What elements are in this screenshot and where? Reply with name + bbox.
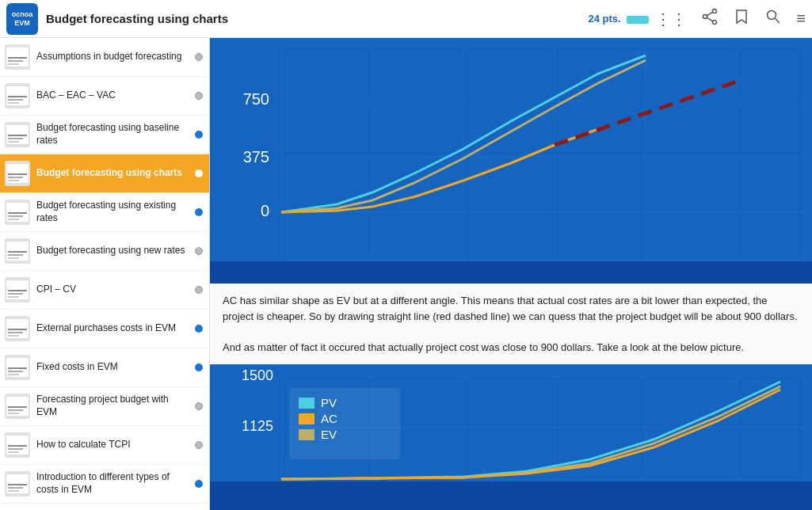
sidebar-item-new[interactable]: Budget forecasting using new rates: [0, 232, 209, 271]
sidebar-dot-intro: [195, 480, 203, 488]
menu-icon[interactable]: ≡: [796, 10, 806, 28]
svg-text:EV: EV: [321, 428, 337, 441]
description-text2: And as matter of fact it occured that ac…: [223, 340, 799, 356]
sidebar-thumb-tcpi-how: [5, 432, 30, 458]
svg-text:PV: PV: [321, 396, 337, 409]
sidebar-label-external: External purchases costs in EVM: [36, 322, 192, 335]
sidebar-label-bac-eac-vac: BAC – EAC – VAC: [36, 89, 192, 102]
share-icon[interactable]: ⋮⋮: [655, 10, 687, 29]
sidebar-item-external[interactable]: External purchases costs in EVM: [0, 310, 209, 348]
svg-text:0: 0: [261, 202, 269, 219]
svg-text:1500: 1500: [242, 367, 273, 383]
svg-point-0: [713, 10, 717, 13]
points-display: 24 pts.: [589, 13, 650, 25]
chart1-svg: 750 375 0 0 1 2 3 4 5: [210, 38, 812, 284]
sidebar-thumb-charts: [5, 161, 30, 186]
content-area: 750 375 0 0 1 2 3 4 5: [210, 38, 812, 510]
sidebar-item-material[interactable]: Material costs in EVM: [0, 504, 209, 510]
svg-point-1: [713, 21, 717, 25]
sidebar-thumb-new: [5, 238, 30, 264]
sidebar-item-existing[interactable]: Budget forecasting using existing rates: [0, 193, 209, 232]
svg-rect-29: [210, 261, 812, 284]
page-title: Budget forecasting using charts: [46, 12, 589, 25]
sidebar-label-new: Budget forecasting using new rates: [36, 245, 192, 257]
svg-line-4: [707, 17, 713, 21]
sidebar-thumb-fixed: [5, 355, 30, 380]
sidebar-item-forecasting[interactable]: Forecasting project budget with EVM: [0, 387, 209, 426]
header: ocnoaEVM Budget forecasting using charts…: [0, 0, 812, 38]
svg-point-5: [768, 11, 776, 20]
svg-line-6: [776, 19, 780, 24]
sidebar-label-charts: Budget forecasting using charts: [36, 167, 192, 180]
sidebar-dot-new: [195, 247, 203, 255]
svg-rect-47: [299, 429, 315, 440]
sidebar-thumb-cpi-cv: [5, 277, 30, 303]
chart2-svg: 1500 1125 PV AC EV: [210, 364, 812, 510]
sidebar-label-cpi-cv: CPI – CV: [36, 284, 192, 296]
svg-text:750: 750: [243, 90, 269, 108]
sidebar-item-cpi-cv[interactable]: CPI – CV: [0, 271, 209, 310]
sidebar-item-intro[interactable]: Introduction to different types of costs…: [0, 465, 209, 504]
main-layout: Assumptions in budget forecasting BAC – …: [0, 38, 812, 510]
chart1-container: 750 375 0 0 1 2 3 4 5: [210, 38, 812, 284]
svg-rect-49: [210, 481, 812, 510]
description-block: AC has similar shape as EV but at a diff…: [210, 284, 812, 364]
logo-text: ocnoaEVM: [12, 10, 33, 28]
sidebar-item-baseline[interactable]: Budget forecasting using baseline rates: [0, 116, 209, 154]
header-actions: ⋮⋮ ≡: [655, 8, 806, 29]
bookmark-icon[interactable]: [733, 8, 750, 29]
share-icon2[interactable]: [701, 8, 719, 29]
sidebar-thumb-baseline: [5, 122, 30, 147]
sidebar-thumb-bac-eac-vac: [5, 83, 30, 108]
sidebar: Assumptions in budget forecasting BAC – …: [0, 38, 210, 510]
sidebar-dot-fixed: [195, 363, 203, 371]
search-icon[interactable]: [764, 8, 782, 29]
sidebar-item-bac-eac-vac[interactable]: BAC – EAC – VAC: [0, 77, 209, 116]
sidebar-label-baseline: Budget forecasting using baseline rates: [36, 122, 192, 147]
sidebar-dot-cpi-cv: [195, 286, 203, 294]
sidebar-dot-baseline: [195, 131, 203, 139]
sidebar-item-assumptions[interactable]: Assumptions in budget forecasting: [0, 38, 209, 77]
sidebar-label-existing: Budget forecasting using existing rates: [36, 200, 192, 224]
svg-text:1125: 1125: [242, 418, 273, 434]
sidebar-item-charts[interactable]: Budget forecasting using charts: [0, 154, 209, 193]
sidebar-dot-external: [195, 325, 203, 333]
svg-rect-45: [299, 413, 315, 424]
sidebar-dot-assumptions: [195, 53, 203, 61]
sidebar-label-assumptions: Assumptions in budget forecasting: [36, 51, 192, 63]
sidebar-dot-existing: [195, 208, 203, 216]
app-logo: ocnoaEVM: [6, 3, 38, 35]
sidebar-dot-bac-eac-vac: [195, 92, 203, 100]
sidebar-label-forecasting: Forecasting project budget with EVM: [36, 394, 192, 418]
sidebar-label-tcpi-how: How to calculate TCPI: [36, 439, 192, 451]
chart2-container: 1500 1125 PV AC EV: [210, 364, 812, 510]
svg-line-3: [707, 12, 713, 16]
sidebar-item-tcpi-how[interactable]: How to calculate TCPI: [0, 426, 209, 465]
sidebar-thumb-external: [5, 316, 30, 341]
sidebar-dot-forecasting: [195, 402, 203, 410]
sidebar-label-fixed: Fixed costs in EVM: [36, 361, 192, 374]
svg-rect-43: [299, 398, 315, 409]
sidebar-label-intro: Introduction to different types of costs…: [36, 471, 192, 496]
sidebar-dot-tcpi-how: [195, 441, 203, 449]
description-text1: AC has similar shape as EV but at a diff…: [223, 293, 799, 324]
sidebar-item-fixed[interactable]: Fixed costs in EVM: [0, 348, 209, 387]
sidebar-thumb-intro: [5, 471, 30, 497]
sidebar-thumb-assumptions: [5, 44, 30, 70]
svg-text:375: 375: [243, 148, 269, 166]
sidebar-dot-charts: [195, 169, 203, 177]
sidebar-thumb-existing: [5, 200, 30, 225]
sidebar-thumb-forecasting: [5, 394, 30, 419]
svg-text:AC: AC: [321, 412, 337, 425]
svg-point-2: [703, 15, 707, 19]
